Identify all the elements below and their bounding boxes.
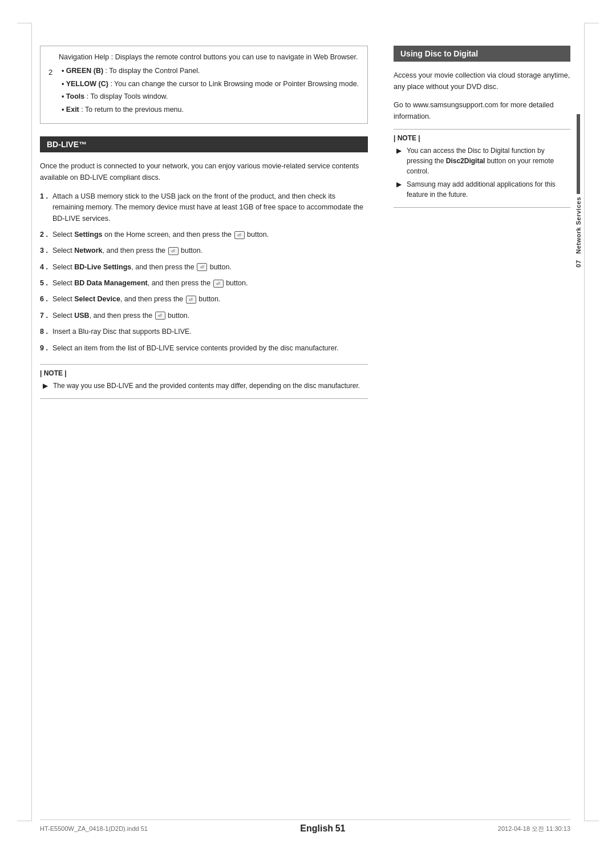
footer-right: 2012-04-18 오전 11:30:13	[498, 825, 570, 833]
chapter-label: 07 Network Services	[575, 197, 582, 268]
right-column: Using Disc to Digital Access your movie …	[394, 46, 570, 798]
list-item: YELLOW (C) : You can change the cursor t…	[62, 79, 359, 90]
bd-live-note: | NOTE | ▶ The way you use BD-LIVE and t…	[40, 364, 368, 399]
step-2: 2 . Select Settings on the Home screen, …	[40, 229, 368, 240]
step-5: 5 . Select BD Data Management, and then …	[40, 278, 368, 289]
step-4: 4 . Select BD-Live Settings, and then pr…	[40, 262, 368, 273]
disc-to-digital-header: Using Disc to Digital	[394, 46, 570, 62]
step-7: 7 . Select USB, and then press the ⏎ but…	[40, 310, 368, 321]
footer-left: HT-E5500W_ZA_0418-1(D2D).indd 51	[40, 825, 148, 832]
corner-tl	[17, 23, 31, 23]
list-item: Exit : To return to the previous menu.	[62, 104, 359, 115]
page: 07 Network Services 2 Navigation Help : …	[0, 0, 616, 844]
footer: HT-E5500W_ZA_0418-1(D2D).indd 51 English…	[40, 819, 570, 834]
enter-button-icon: ⏎	[155, 312, 165, 320]
enter-button-icon: ⏎	[197, 263, 207, 271]
disc-note-title: | NOTE |	[394, 134, 570, 142]
border-left	[31, 23, 32, 821]
bd-live-section: BD-LIVE™ Once the product is connected t…	[40, 136, 368, 399]
step-1: 1 . Attach a USB memory stick to the USB…	[40, 191, 368, 224]
corner-bl	[17, 821, 31, 821]
nav-help-intro: Navigation Help : Displays the remote co…	[59, 52, 359, 63]
chapter-tab: 07 Network Services	[572, 114, 585, 268]
nav-number: 2	[48, 68, 52, 76]
bd-live-intro: Once the product is connected to your ne…	[40, 160, 368, 183]
disc-note-item-2: ▶ Samsung may add additional application…	[394, 179, 570, 200]
page-number-label: English 51	[300, 823, 345, 834]
step-8: 8 . Insert a Blu-ray Disc that supports …	[40, 326, 368, 337]
disc-note-item-1: ▶ You can access the Disc to Digital fun…	[394, 146, 570, 176]
enter-button-icon: ⏎	[168, 247, 179, 255]
note-title: | NOTE |	[40, 369, 368, 377]
step-6: 6 . Select Select Device, and then press…	[40, 294, 368, 305]
enter-button-icon: ⏎	[186, 296, 196, 304]
enter-button-icon: ⏎	[213, 280, 224, 288]
enter-button-icon: ⏎	[234, 231, 245, 239]
disc-note: | NOTE | ▶ You can access the Disc to Di…	[394, 129, 570, 208]
nav-help-content: Navigation Help : Displays the remote co…	[59, 52, 359, 115]
bd-live-steps: 1 . Attach a USB memory stick to the USB…	[40, 191, 368, 354]
content-area: 2 Navigation Help : Displays the remote …	[40, 46, 570, 798]
disc-intro-1: Access your movie collection via cloud s…	[394, 70, 570, 92]
nav-help-list: GREEN (B) : To display the Control Panel…	[59, 66, 359, 115]
chapter-bar	[577, 114, 580, 194]
step-3: 3 . Select Network, and then press the ⏎…	[40, 245, 368, 256]
disc-intro-2: Go to www.samsungsupport.com for more de…	[394, 99, 570, 122]
bd-live-header: BD-LIVE™	[40, 136, 368, 152]
corner-br	[585, 821, 599, 821]
left-column: 2 Navigation Help : Displays the remote …	[40, 46, 376, 798]
step-9: 9 . Select an item from the list of BD-L…	[40, 343, 368, 354]
note-item: ▶ The way you use BD-LIVE and the provid…	[40, 381, 368, 391]
list-item: Tools : To display Tools window.	[62, 91, 359, 102]
nav-help-box: 2 Navigation Help : Displays the remote …	[40, 46, 368, 124]
disc-to-digital-section: Using Disc to Digital Access your movie …	[394, 46, 570, 208]
corner-tr	[585, 23, 599, 23]
list-item: GREEN (B) : To display the Control Panel…	[62, 66, 359, 76]
